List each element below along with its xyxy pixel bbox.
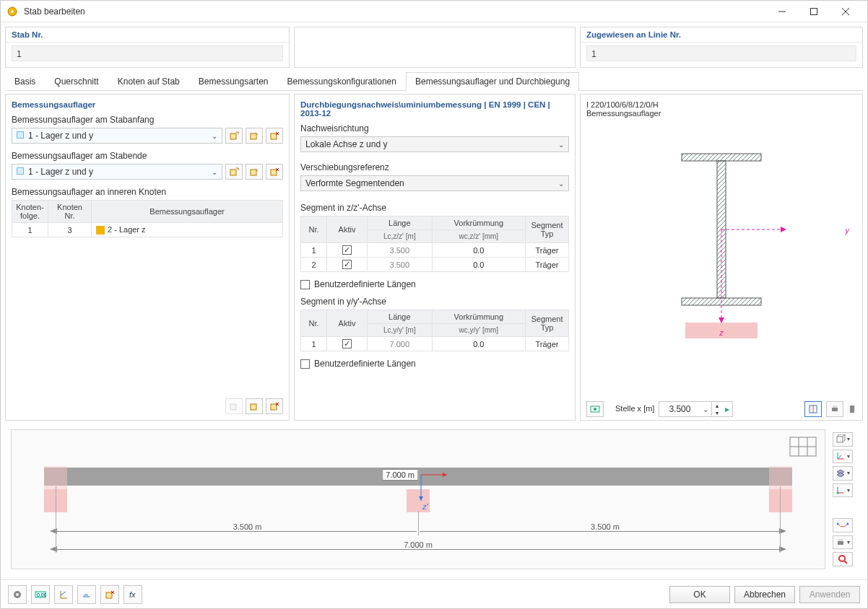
- supports-title: Bemessungsauflager: [6, 95, 289, 113]
- view-toggle-button[interactable]: [804, 401, 822, 417]
- svg-rect-20: [271, 404, 277, 410]
- weather-button[interactable]: [77, 585, 96, 604]
- cross-section-preview: y z: [586, 132, 856, 334]
- ok-button[interactable]: OK: [669, 586, 730, 603]
- length-label: 7.000 m: [382, 469, 418, 481]
- support-start-label: Bemessungsauflager am Stabanfang: [6, 113, 289, 128]
- svg-rect-9: [271, 133, 277, 139]
- edit-support-end-button[interactable]: [246, 164, 263, 180]
- position-label: Stelle x [m]: [615, 404, 654, 413]
- reference-combo[interactable]: Verformte Segmentenden⌄: [300, 175, 569, 191]
- stab-nr-label: Stab Nr.: [6, 27, 289, 43]
- svg-rect-13: [251, 170, 256, 175]
- reset-button[interactable]: [100, 585, 119, 604]
- table-row: 1✓3.5000.0Träger: [301, 243, 569, 258]
- tab-querschnitt[interactable]: Querschnitt: [45, 72, 108, 90]
- segment-z-label: Segment in z/z'-Achse: [295, 196, 575, 216]
- inner-supports-table[interactable]: Knoten- folge. Knoten Nr. Bemessungsaufl…: [12, 200, 283, 237]
- deflection-title: Durchbiegungsnachweis\uminiumbemessung |…: [295, 95, 575, 122]
- section-subtitle: Bemessungsauflager: [586, 109, 856, 118]
- member-diagram[interactable]: 7.000 m z' 3.500 m 3.500 m 7.000 m: [11, 429, 825, 569]
- titlebar: Stab bearbeiten: [1, 1, 867, 22]
- direction-label: Nachweisrichtung: [295, 122, 575, 136]
- new-support-end-button[interactable]: [225, 164, 243, 180]
- table-row: 2✓3.5000.0Träger: [301, 258, 569, 272]
- svg-rect-3: [811, 8, 817, 14]
- support-start-combo[interactable]: 1 - Lager z und y⌄: [12, 128, 222, 144]
- app-icon: [6, 6, 18, 17]
- stiffness-button[interactable]: [54, 585, 73, 604]
- function-button[interactable]: fx: [123, 585, 142, 604]
- support-end-combo[interactable]: 1 - Lager z und y⌄: [12, 164, 222, 180]
- svg-point-71: [16, 593, 19, 596]
- window-title: Stab bearbeiten: [24, 6, 766, 17]
- svg-rect-6: [230, 133, 236, 139]
- svg-rect-19: [251, 404, 256, 410]
- svg-text:fx: fx: [129, 590, 136, 599]
- custom-len-y-checkbox[interactable]: [300, 359, 310, 369]
- tab-bemessungskonfigurationen[interactable]: Bemessungskonfigurationen: [278, 72, 406, 90]
- delete-support-start-button[interactable]: [266, 128, 283, 144]
- support-end-label: Bemessungsauflager am Stabende: [6, 149, 289, 164]
- table-row: 1 3 2 - Lager z: [12, 223, 283, 237]
- svg-marker-43: [443, 473, 447, 477]
- close-button[interactable]: [830, 1, 862, 22]
- svg-line-69: [844, 561, 847, 564]
- tab-bemessungsauflager-und-durchbiegung[interactable]: Bemessungsauflager und Durchbiegung: [406, 72, 579, 91]
- new-inner-button[interactable]: [225, 398, 243, 414]
- units-button[interactable]: 0,00: [31, 585, 50, 604]
- svg-rect-67: [838, 539, 843, 541]
- tab-basis[interactable]: Basis: [5, 72, 45, 90]
- minimize-button[interactable]: [766, 1, 798, 22]
- support-inner-label: Bemessungsauflager an inneren Knoten: [6, 185, 289, 200]
- view-cube-button[interactable]: ▾: [833, 432, 853, 447]
- pick-position-button[interactable]: [586, 401, 604, 417]
- tab-bemessungsarten[interactable]: Bemessungsarten: [189, 72, 278, 90]
- edit-inner-button[interactable]: [246, 398, 263, 414]
- help-button[interactable]: [8, 585, 27, 604]
- maximize-button[interactable]: [798, 1, 830, 22]
- ucs-button[interactable]: ▾: [833, 483, 853, 498]
- svg-rect-37: [850, 406, 854, 413]
- svg-rect-15: [271, 170, 277, 175]
- svg-marker-45: [419, 496, 423, 501]
- segment-z-table[interactable]: Nr.AktivLängeVorkrümmungSegment Typ Lc,z…: [300, 216, 569, 272]
- delete-support-end-button[interactable]: [266, 164, 283, 180]
- apply-button[interactable]: Anwenden: [799, 586, 860, 603]
- svg-rect-7: [251, 133, 256, 139]
- svg-rect-24: [682, 154, 761, 161]
- cancel-button[interactable]: Abbrechen: [734, 586, 795, 603]
- position-spinner[interactable]: 3.500⌄ ▴▾ ▸: [659, 401, 733, 417]
- new-support-start-button[interactable]: [225, 128, 243, 144]
- direction-combo[interactable]: Lokale Achse z und y⌄: [300, 136, 569, 152]
- svg-rect-12: [230, 170, 236, 175]
- svg-line-58: [838, 455, 841, 459]
- layers-button[interactable]: ▾: [833, 466, 853, 481]
- dim-half-1: 3.500 m: [233, 522, 262, 531]
- deflection-curve-button[interactable]: [833, 518, 853, 533]
- delete-inner-button[interactable]: [266, 398, 283, 414]
- svg-text:0,00: 0,00: [37, 592, 46, 597]
- line-nr-value: 1: [586, 45, 856, 61]
- segment-y-label: Segment in y/y'-Achse: [295, 295, 575, 310]
- custom-len-z-checkbox[interactable]: [300, 280, 310, 289]
- line-nr-label: Zugewiesen an Linie Nr.: [581, 27, 862, 43]
- reference-label: Verschiebungsreferenz: [295, 157, 575, 175]
- dim-total: 7.000 m: [404, 540, 433, 549]
- axes-button[interactable]: ▾: [833, 450, 853, 464]
- zoom-reset-button[interactable]: [833, 552, 853, 566]
- edit-support-start-button[interactable]: [246, 128, 263, 144]
- z-prime-label: z': [422, 502, 428, 511]
- dim-half-2: 3.500 m: [591, 522, 620, 531]
- print-button[interactable]: ▾: [833, 535, 853, 550]
- segment-y-table[interactable]: Nr.AktivLängeVorkrümmungSegment Typ Lc,y…: [300, 310, 569, 351]
- print-section-button[interactable]: [826, 401, 843, 417]
- more-section-button[interactable]: [848, 401, 856, 417]
- svg-point-1: [11, 10, 14, 13]
- tab-strip: BasisQuerschnittKnoten auf StabBemessung…: [5, 72, 863, 91]
- svg-point-63: [837, 492, 839, 494]
- svg-rect-50: [837, 437, 843, 442]
- custom-len-y-label: Benutzerdefinierte Längen: [314, 359, 416, 369]
- section-name: I 220/100/6/8/12/0/H: [586, 100, 856, 109]
- tab-knoten-auf-stab[interactable]: Knoten auf Stab: [108, 72, 189, 90]
